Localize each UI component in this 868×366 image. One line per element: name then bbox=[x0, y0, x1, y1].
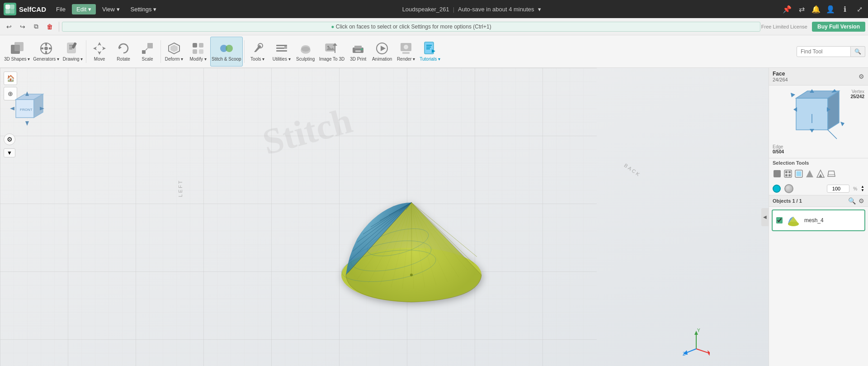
object-thumbnail-mesh4 bbox=[786, 213, 801, 228]
svg-rect-45 bbox=[354, 46, 362, 48]
selection-mode-label: Face bbox=[773, 71, 788, 77]
tool-sculpting[interactable]: Sculpting bbox=[294, 37, 317, 67]
tool-animation[interactable]: Animation bbox=[370, 37, 394, 67]
logo-icon bbox=[4, 3, 16, 15]
svg-point-38 bbox=[301, 45, 310, 52]
svg-marker-113 bbox=[793, 107, 797, 112]
svg-line-118 bbox=[828, 130, 837, 139]
autosave-dropdown[interactable]: ▾ bbox=[538, 6, 541, 13]
svg-rect-4 bbox=[10, 9, 14, 14]
svg-rect-127 bbox=[797, 171, 801, 176]
logo-text: SelfCAD bbox=[19, 5, 46, 13]
tool-generators[interactable]: Generators ▾ bbox=[32, 37, 61, 67]
percentage-sign: % bbox=[853, 186, 857, 191]
redo-button[interactable]: ↪ bbox=[16, 20, 29, 33]
nav-view[interactable]: View ▾ bbox=[98, 4, 124, 14]
svg-rect-22 bbox=[147, 43, 153, 48]
home-button[interactable]: 🏠 bbox=[4, 71, 17, 85]
collapse-panel-button[interactable]: ◀ bbox=[761, 208, 769, 226]
top-navbar: SelfCAD File Edit ▾ View ▾ Settings ▾ Lo… bbox=[0, 0, 868, 18]
face-count: 24/264 bbox=[773, 77, 788, 82]
svg-rect-10 bbox=[41, 48, 43, 49]
nav-file[interactable]: File bbox=[52, 4, 70, 14]
find-tool-input[interactable] bbox=[797, 46, 851, 57]
objects-settings-icon[interactable]: ⚙ bbox=[859, 197, 864, 204]
generators-icon bbox=[39, 41, 53, 56]
select-paint-tool[interactable] bbox=[816, 169, 825, 181]
tool-drawing[interactable]: Drawing ▾ bbox=[61, 37, 85, 67]
object-item-mesh4[interactable]: mesh_4 bbox=[772, 209, 865, 231]
svg-rect-33 bbox=[276, 45, 287, 46]
tool-tools[interactable]: Tools ▾ bbox=[246, 37, 269, 67]
select-sphere-tool[interactable] bbox=[783, 169, 793, 181]
tool-scale[interactable]: Scale bbox=[136, 37, 159, 67]
objects-search-icon[interactable]: 🔍 bbox=[848, 197, 856, 204]
svg-point-12 bbox=[44, 47, 48, 50]
tool-move[interactable]: Move bbox=[88, 37, 111, 67]
user-icon[interactable]: 👤 bbox=[826, 4, 835, 14]
object-name-mesh4: mesh_4 bbox=[804, 217, 861, 223]
tool-stitch-scoop[interactable]: Stitch & Scoop bbox=[210, 37, 243, 67]
tool-render[interactable]: Render ▾ bbox=[394, 37, 418, 67]
select-eraser-tool[interactable] bbox=[827, 169, 836, 181]
edge-count: 0/504 bbox=[773, 149, 784, 154]
svg-rect-46 bbox=[355, 50, 361, 52]
nav-edit[interactable]: Edit ▾ bbox=[72, 4, 96, 14]
svg-rect-26 bbox=[193, 43, 197, 48]
modify-icon bbox=[191, 41, 205, 56]
selection-sphere[interactable] bbox=[784, 184, 793, 193]
rotate-icon bbox=[116, 41, 131, 56]
tool-3d-print[interactable]: 3D Print bbox=[346, 37, 370, 67]
object-checkbox-mesh4[interactable] bbox=[776, 217, 783, 223]
tool-deform[interactable]: Deform ▾ bbox=[162, 37, 186, 67]
tool-utilities[interactable]: Utilities ▾ bbox=[270, 37, 293, 67]
select-solid-tool[interactable] bbox=[805, 169, 814, 181]
info-icon[interactable]: ℹ bbox=[840, 4, 850, 14]
tutorials-icon bbox=[423, 41, 437, 56]
viewport-settings[interactable]: ⚙ bbox=[4, 133, 15, 145]
tool-tutorials[interactable]: Tutorials ▾ bbox=[418, 37, 442, 67]
svg-marker-104 bbox=[25, 121, 29, 126]
deform-icon bbox=[167, 41, 181, 56]
bell-icon[interactable]: 🔔 bbox=[811, 4, 821, 14]
svg-marker-131 bbox=[828, 171, 835, 176]
svg-rect-11 bbox=[49, 48, 52, 49]
select-box-tool[interactable] bbox=[773, 169, 782, 181]
svg-rect-28 bbox=[193, 49, 197, 54]
svg-point-31 bbox=[226, 45, 233, 52]
svg-rect-52 bbox=[402, 52, 410, 54]
right-panel-header: Face 24/264 ⚙ bbox=[769, 68, 868, 86]
buy-full-version-button[interactable]: Buy Full Version bbox=[812, 22, 865, 32]
svg-marker-18 bbox=[98, 42, 101, 55]
sculpting-icon bbox=[298, 41, 313, 56]
svg-marker-110 bbox=[828, 91, 839, 130]
percentage-up[interactable]: ▲ ▼ bbox=[861, 185, 864, 192]
panel-gear[interactable]: ⚙ bbox=[859, 73, 864, 80]
tool-rotate[interactable]: Rotate bbox=[112, 37, 135, 67]
svg-marker-49 bbox=[381, 46, 386, 51]
delete-button[interactable]: 🗑 bbox=[43, 20, 56, 33]
tool-image-to-3d[interactable]: Image To 3D bbox=[318, 37, 346, 67]
undo-button[interactable]: ↩ bbox=[3, 20, 15, 33]
svg-rect-125 bbox=[788, 174, 791, 176]
tool-modify[interactable]: Modify ▾ bbox=[186, 37, 210, 67]
find-tool-button[interactable]: 🔍 bbox=[851, 46, 865, 57]
share-icon[interactable]: ⇄ bbox=[797, 4, 807, 14]
viewport[interactable]: LEFT BACK Stitch bbox=[0, 68, 769, 366]
selection-tools-label: Selection Tools bbox=[769, 158, 868, 167]
toolbar: ↩ ↪ ⧉ 🗑 ● Click on faces to select or cl… bbox=[0, 18, 868, 35]
expand-icon[interactable]: ⤢ bbox=[854, 4, 864, 14]
svg-point-51 bbox=[404, 45, 408, 49]
selection-percentage-input[interactable] bbox=[827, 185, 849, 193]
edge-stats: Edge 0/504 bbox=[773, 144, 784, 154]
right-panel: Face 24/264 ⚙ bbox=[769, 68, 868, 366]
selection-color-picker[interactable] bbox=[773, 185, 781, 193]
orientation-cube[interactable]: FRONT bbox=[9, 90, 45, 127]
svg-rect-35 bbox=[276, 50, 287, 52]
nav-settings[interactable]: Settings ▾ bbox=[126, 4, 161, 14]
viewport-nav-down[interactable]: ▼ bbox=[4, 148, 15, 157]
pin-icon[interactable]: 📌 bbox=[782, 4, 792, 14]
duplicate-button[interactable]: ⧉ bbox=[30, 20, 42, 33]
tool-3d-shapes[interactable]: 3D Shapes ▾ bbox=[3, 37, 31, 67]
select-wire-tool[interactable] bbox=[794, 169, 803, 181]
